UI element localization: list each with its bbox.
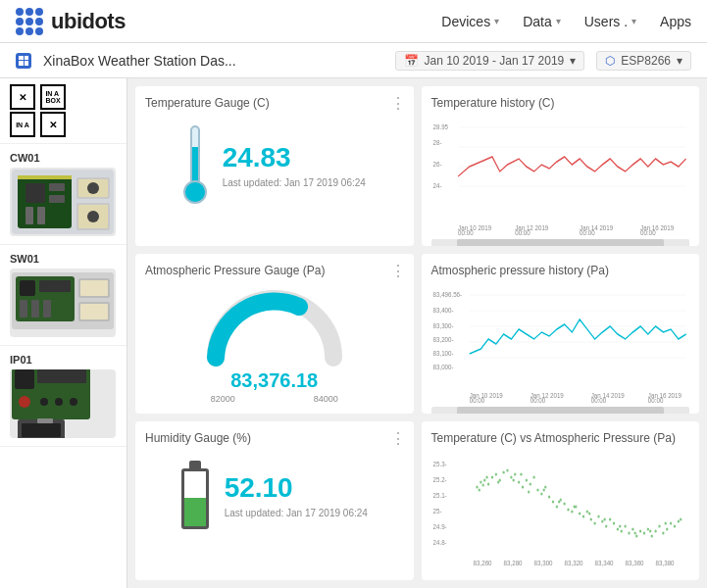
svg-point-134 (512, 479, 514, 482)
humidity-gauge-menu[interactable]: ⋮ (390, 429, 406, 448)
svg-point-136 (528, 491, 530, 494)
svg-rect-27 (37, 369, 86, 383)
svg-point-29 (40, 398, 48, 406)
battery-icon (181, 461, 209, 529)
svg-point-129 (677, 520, 679, 523)
svg-point-132 (485, 476, 487, 479)
temp-gauge-menu[interactable]: ⋮ (390, 94, 406, 113)
xinabox-logo: ✕ IN ABOX IN A ✕ (0, 78, 126, 144)
svg-rect-16 (20, 280, 35, 296)
nav-apps[interactable]: Apps (660, 10, 691, 33)
temp-gauge-title: Temperature Gauge (C) (145, 96, 404, 110)
svg-text:00:00: 00:00 (590, 396, 606, 403)
svg-point-117 (631, 528, 633, 531)
svg-point-88 (521, 486, 523, 489)
device-selector[interactable]: ⬡ ESP8266 ▾ (596, 51, 691, 71)
sidebar-item-ip01[interactable]: IP01 (0, 346, 126, 447)
temp-history-scrollbar[interactable] (431, 239, 690, 246)
pressure-history-scrollbar[interactable] (431, 407, 690, 414)
svg-point-113 (616, 528, 618, 531)
svg-point-122 (650, 535, 652, 538)
svg-text:24-: 24- (432, 181, 441, 190)
svg-point-106 (589, 518, 591, 521)
svg-text:83,100-: 83,100- (432, 349, 454, 358)
svg-point-83 (502, 471, 504, 474)
svg-point-105 (585, 511, 587, 514)
svg-point-119 (638, 530, 640, 533)
svg-point-13 (87, 211, 99, 222)
svg-point-87 (517, 481, 519, 484)
date-range-picker[interactable]: 📅 Jan 10 2019 - Jan 17 2019 ▾ (395, 51, 585, 71)
navbar: ubidots Devices ▾ Data ▾ Users . ▾ Apps (0, 0, 707, 43)
svg-point-118 (635, 535, 637, 538)
ubidots-logo-dots (16, 8, 43, 35)
widget-humidity-gauge: Humidity Gauge (%) ⋮ 52.10 Last updated:… (135, 421, 414, 580)
sw01-image (10, 269, 116, 337)
svg-text:00:00: 00:00 (647, 396, 663, 403)
subheader: XinaBox Weather Station Das... 📅 Jan 10 … (0, 43, 707, 78)
widget-temp-gauge: Temperature Gauge (C) ⋮ 24.83 Last updat… (135, 86, 414, 246)
svg-rect-26 (15, 369, 34, 389)
svg-point-103 (578, 513, 580, 515)
cw01-label: CW01 (10, 152, 117, 164)
humidity-value: 52.10 (225, 472, 368, 504)
nav-data[interactable]: Data ▾ (523, 10, 561, 33)
svg-rect-24 (80, 304, 108, 319)
svg-rect-7 (18, 175, 72, 179)
svg-point-139 (573, 506, 575, 509)
svg-point-91 (532, 476, 534, 479)
svg-text:83,380: 83,380 (655, 559, 674, 567)
svg-point-121 (646, 528, 648, 531)
sidebar: ✕ IN ABOX IN A ✕ CW01 (0, 78, 127, 588)
svg-point-114 (620, 530, 622, 533)
humidity-gauge-title: Humidity Gauge (%) (145, 431, 404, 445)
svg-rect-3 (49, 183, 65, 191)
svg-text:83,360: 83,360 (625, 559, 643, 567)
dashboard-title: XinaBox Weather Station Das... (43, 53, 236, 69)
svg-point-95 (547, 496, 549, 499)
svg-text:83,260: 83,260 (473, 559, 491, 567)
svg-point-84 (506, 469, 508, 472)
svg-point-85 (510, 476, 512, 479)
sidebar-item-cw01[interactable]: CW01 (0, 144, 126, 245)
scatter-chart: 25.3- 25.2- 25.1- 25- 24.9- 24.8- (431, 453, 690, 570)
data-arrow-icon: ▾ (556, 16, 561, 26)
svg-point-79 (486, 483, 488, 486)
widget-pressure-history: Atmospheric pressure history (Pa) 83,496… (422, 254, 700, 414)
pressure-gauge-menu[interactable]: ⋮ (390, 262, 406, 280)
svg-point-141 (603, 518, 605, 521)
svg-point-131 (481, 484, 483, 487)
temp-value: 24.83 (223, 142, 366, 173)
svg-point-146 (680, 518, 682, 521)
svg-rect-19 (31, 300, 39, 318)
widget-temp-history: Temperature history (C) 28.95 28- 26- 24… (422, 86, 700, 246)
svg-point-112 (612, 522, 614, 525)
humidity-readout: 52.10 Last updated: Jan 17 2019 06:24 (225, 472, 368, 518)
svg-point-78 (483, 479, 485, 482)
nav-users[interactable]: Users . ▾ (584, 10, 636, 33)
pressure-max: 84000 (314, 394, 338, 404)
svg-rect-34 (37, 418, 53, 423)
logo-cell-4: ✕ (40, 112, 66, 137)
svg-text:83,300-: 83,300- (432, 321, 454, 330)
pressure-value: 83,376.18 (230, 369, 318, 392)
svg-text:25.2-: 25.2- (432, 475, 447, 484)
humidity-updated: Last updated: Jan 17 2019 06:24 (225, 508, 368, 518)
svg-text:00:00: 00:00 (469, 396, 484, 403)
sidebar-item-sw01[interactable]: SW01 (0, 245, 126, 346)
svg-rect-2 (25, 183, 45, 203)
svg-point-101 (571, 511, 573, 514)
main-layout: ✕ IN ABOX IN A ✕ CW01 (0, 78, 707, 588)
temp-history-title: Temperature history (C) (431, 96, 690, 110)
svg-point-28 (19, 396, 30, 408)
logo-cell-2: IN ABOX (40, 84, 66, 110)
svg-point-120 (642, 532, 644, 535)
pressure-gauge-labels: 82000 84000 (211, 394, 338, 404)
svg-text:83,400-: 83,400- (432, 306, 454, 315)
nav-devices[interactable]: Devices ▾ (441, 10, 499, 33)
svg-point-133 (497, 481, 499, 484)
svg-rect-6 (37, 207, 45, 224)
svg-text:28.95: 28.95 (432, 122, 448, 131)
svg-text:83,300: 83,300 (533, 559, 552, 567)
svg-point-138 (558, 501, 560, 504)
